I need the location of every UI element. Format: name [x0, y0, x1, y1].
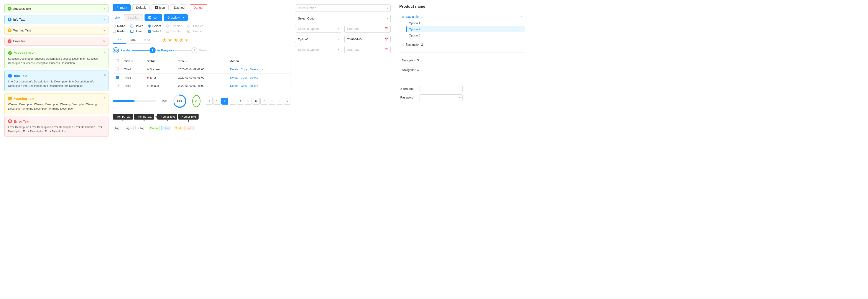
row-1-more[interactable]: ···	[260, 68, 263, 71]
radio-input-selected[interactable]	[148, 25, 151, 28]
select-option-2[interactable]: Select Option ▾	[295, 15, 391, 22]
sort-icon-time[interactable]: ⇅	[186, 60, 187, 62]
nav-divider-1	[399, 52, 525, 53]
nav-1-option-2[interactable]: Option 2	[406, 26, 525, 32]
checks-row-2: Radio Hover Select Disabled Disabled	[113, 30, 291, 33]
row-3-more[interactable]: ···	[260, 84, 263, 87]
pagination-next[interactable]: >	[284, 98, 291, 104]
page-7[interactable]: 7	[260, 98, 267, 104]
icon-button[interactable]: 🖼 Icon	[151, 4, 168, 11]
row-3-checkbox[interactable]	[116, 84, 119, 87]
page-5[interactable]: 5	[245, 98, 252, 104]
row-3-copy[interactable]: Copy	[241, 84, 247, 87]
eye-icon[interactable]: 👁	[458, 96, 461, 99]
row-3-delete-1[interactable]: Delete	[230, 84, 239, 87]
row-1-copy[interactable]: Copy	[241, 68, 247, 71]
close-icon[interactable]: ×	[104, 119, 106, 122]
row-2-copy[interactable]: Copy	[241, 76, 247, 79]
star-rating[interactable]: ★ ★ ★ ★ ★★	[162, 37, 189, 43]
select-a-option-2[interactable]: Select a Option ▾	[295, 46, 341, 53]
star-4[interactable]: ★	[179, 37, 184, 43]
chevron-down-icon[interactable]: ∨	[521, 43, 523, 46]
tooltip-2[interactable]: Prompt Text	[134, 114, 154, 120]
radio-input-hover[interactable]	[130, 25, 133, 28]
select-a-option-1[interactable]: Select a Option ▾	[295, 25, 341, 33]
page-8[interactable]: 8	[268, 98, 275, 104]
password-label: Password：	[399, 96, 416, 99]
chevron-up-icon[interactable]: ∧	[521, 15, 523, 18]
row-3-delete-2[interactable]: Delete	[250, 84, 258, 87]
checkbox-normal[interactable]: Radio	[113, 30, 125, 33]
date-picker-1[interactable]: Start date 📅	[344, 25, 391, 33]
radio-normal[interactable]: Radio	[113, 24, 125, 28]
nav-1-option-1[interactable]: Option 1	[406, 20, 525, 26]
row-2-more[interactable]: ···	[260, 76, 263, 79]
chevron-down-icon: ▾	[183, 16, 184, 19]
page-2[interactable]: 2	[221, 98, 228, 104]
tab-1[interactable]: Tab1	[113, 36, 126, 44]
close-icon[interactable]: ×	[104, 73, 106, 77]
table-header-checkbox[interactable]	[116, 59, 119, 62]
danger-button[interactable]: Danger	[190, 4, 207, 11]
page-3[interactable]: 3	[229, 98, 236, 104]
row-1-checkbox[interactable]	[116, 67, 119, 70]
star-5-half[interactable]: ★★	[185, 37, 189, 43]
tooltip-1[interactable]: Prompt Text	[113, 114, 133, 120]
nav-1-option-3[interactable]: Option 3	[406, 32, 525, 38]
link-button[interactable]: Link	[113, 14, 122, 21]
tooltip-3[interactable]: Prompt Text	[157, 114, 177, 120]
checkbox-input-normal[interactable]	[113, 30, 116, 33]
star-1[interactable]: ★	[162, 37, 167, 43]
close-icon[interactable]: ×	[103, 28, 105, 32]
page-4[interactable]: 4	[237, 98, 244, 104]
row-1-delete-1[interactable]: Delete	[230, 68, 239, 71]
tab-2[interactable]: Tab2	[126, 36, 140, 44]
nav-item-navigation-3[interactable]: Navigation 3	[399, 57, 525, 64]
date-picker-3[interactable]: Start date 📅	[344, 46, 391, 53]
date-picker-2[interactable]: 2020-01-04 📅	[344, 36, 391, 43]
star-2[interactable]: ★	[168, 37, 173, 43]
checkbox-disabled: Disabled	[166, 30, 182, 33]
nav-item-navigation-1[interactable]: ◇ Navigation 1 ∧	[399, 13, 525, 20]
nav-item-navigation-4[interactable]: Navigation 4	[399, 66, 525, 73]
radio-input-normal[interactable]	[113, 25, 116, 28]
row-2-delete-2[interactable]: Delete	[250, 76, 258, 79]
page-9[interactable]: 9	[276, 98, 283, 104]
default-button[interactable]: Default	[132, 4, 149, 11]
password-input[interactable]	[419, 94, 463, 101]
tooltip-4[interactable]: Prompt Text	[178, 114, 198, 120]
dropdown-button[interactable]: Dropdown ▾	[164, 14, 188, 21]
info-icon: i	[8, 74, 12, 78]
row-2-delete-1[interactable]: Delete	[230, 76, 239, 79]
password-field-wrap: 👁	[419, 94, 463, 101]
close-icon[interactable]: ×	[103, 7, 105, 11]
checkbox-hover[interactable]: Hover	[130, 30, 143, 33]
radio-hover[interactable]: Hover	[130, 24, 143, 28]
star-3[interactable]: ★	[174, 37, 178, 43]
nav-item-navigation-2[interactable]: ◇ Navigation 2 ∨	[399, 41, 525, 48]
tag-add-button[interactable]: + Tag	[135, 126, 146, 130]
primary-button[interactable]: Primary	[113, 4, 131, 11]
radio-selected[interactable]: Select	[148, 24, 161, 28]
select-option1-value[interactable]: Option1 ▾	[295, 36, 341, 43]
select-option-1[interactable]: Select Option ▾	[295, 4, 391, 12]
row-1-delete-2[interactable]: Delete	[250, 68, 258, 71]
checkbox-input-hover[interactable]	[130, 30, 133, 33]
pagination-prev[interactable]: <	[206, 98, 213, 104]
close-icon[interactable]: ×	[104, 51, 106, 54]
row-2-checkbox[interactable]	[116, 76, 119, 79]
page-1[interactable]: 1	[214, 98, 220, 104]
tag-close-icon[interactable]: ×	[130, 127, 132, 129]
checkbox-input-checked[interactable]	[148, 30, 151, 33]
close-icon[interactable]: ×	[103, 39, 105, 43]
step-in-progress: 2 In Progress	[150, 47, 174, 53]
diamond-icon-gray: ◇	[402, 43, 404, 46]
close-icon[interactable]: ×	[104, 96, 106, 99]
icon-blue-button[interactable]: 🖼 Icon	[145, 14, 162, 21]
sort-icon-title[interactable]: ⇅	[131, 60, 133, 62]
page-6[interactable]: 6	[253, 98, 259, 104]
username-input[interactable]	[419, 86, 463, 92]
checkbox-checked[interactable]: Select	[148, 30, 161, 33]
dashed-button[interactable]: Dashed	[170, 4, 188, 11]
close-icon[interactable]: ×	[103, 18, 105, 22]
